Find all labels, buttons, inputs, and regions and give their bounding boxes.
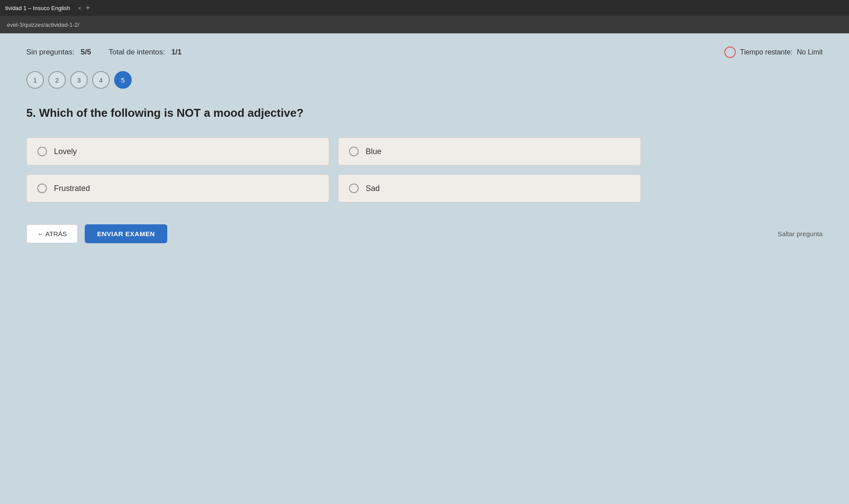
top-stats-bar: Sin preguntas: 5/5 Total de intentos: 1/… (26, 47, 823, 58)
nav-dot-2[interactable]: 2 (48, 71, 66, 89)
answer-label-blue: Blue (366, 147, 381, 156)
radio-frustrated[interactable] (37, 184, 47, 193)
answer-option-frustrated[interactable]: Frustrated (26, 174, 329, 202)
url-text: evel-3/quizzes/actividad-1-2/ (7, 22, 79, 28)
questions-stat: Sin preguntas: 5/5 (26, 48, 91, 57)
nav-dot-1[interactable]: 1 (26, 71, 44, 89)
answer-option-sad[interactable]: Sad (338, 174, 641, 202)
bottom-actions: ← ATRÁS ENVIAR EXAMEN Saltar pregunta (26, 224, 823, 243)
attempts-label: Total de intentos: (108, 48, 165, 56)
answer-label-lovely: Lovely (54, 147, 77, 156)
radio-blue[interactable] (349, 147, 359, 156)
timer-icon (724, 47, 736, 58)
answers-grid: Lovely Blue Frustrated Sad (26, 137, 641, 202)
url-bar: evel-3/quizzes/actividad-1-2/ (0, 16, 849, 33)
radio-lovely[interactable] (37, 147, 47, 156)
submit-button[interactable]: ENVIAR EXAMEN (85, 224, 167, 243)
question-nav: 1 2 3 4 5 (26, 71, 823, 89)
tab-close-button[interactable]: × (78, 5, 81, 11)
stats-left: Sin preguntas: 5/5 Total de intentos: 1/… (26, 48, 182, 57)
back-button[interactable]: ← ATRÁS (26, 224, 78, 243)
timer-value: No Limit (797, 48, 823, 56)
answer-option-blue[interactable]: Blue (338, 137, 641, 166)
skip-link[interactable]: Saltar pregunta (777, 230, 823, 238)
answer-label-frustrated: Frustrated (54, 184, 90, 193)
timer-section: Tiempo restante: No Limit (724, 47, 823, 58)
questions-value: 5/5 (81, 48, 91, 56)
nav-dot-4[interactable]: 4 (92, 71, 110, 89)
answer-option-lovely[interactable]: Lovely (26, 137, 329, 166)
answer-label-sad: Sad (366, 184, 380, 193)
questions-label: Sin preguntas: (26, 48, 75, 56)
radio-sad[interactable] (349, 184, 359, 193)
page-container: Sin preguntas: 5/5 Total de intentos: 1/… (0, 33, 849, 504)
tab-add-button[interactable]: + (86, 4, 90, 13)
attempts-value: 1/1 (171, 48, 182, 56)
nav-dot-5[interactable]: 5 (114, 71, 132, 89)
question-text: 5. Which of the following is NOT a mood … (26, 106, 823, 120)
attempts-stat: Total de intentos: 1/1 (108, 48, 181, 57)
nav-dot-3[interactable]: 3 (70, 71, 88, 89)
browser-chrome: tividad 1 – Insuco English × + (0, 0, 849, 16)
timer-label: Tiempo restante: (740, 48, 792, 56)
tab-label: tividad 1 – Insuco English (5, 5, 70, 11)
